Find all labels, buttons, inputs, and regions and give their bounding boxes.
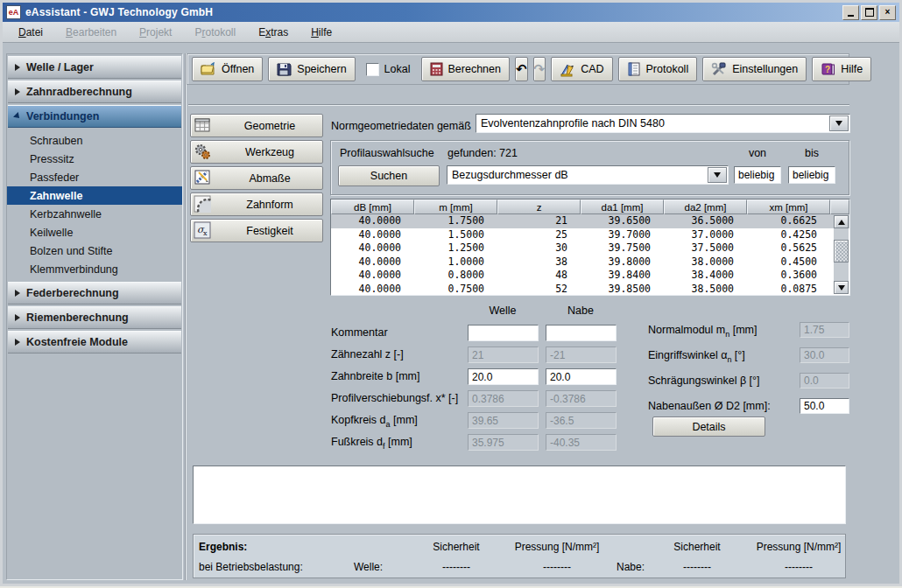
sidebar-section-zahnradberechnung[interactable]: Zahnradberechnung: [8, 80, 181, 103]
dropdown-button[interactable]: [708, 167, 727, 183]
table-row[interactable]: 40.00001.75002139.650036.50000.6625: [331, 214, 849, 228]
sidebar-section-kostenfreie-module[interactable]: Kostenfreie Module: [8, 331, 181, 354]
tolerances-drawing-icon: [194, 169, 211, 186]
sidebar-item-bolzen-und-stifte[interactable]: Bolzen und Stifte: [7, 242, 182, 260]
scrollbar-thumb[interactable]: [834, 240, 849, 262]
betriebsbelastung-label: bei Betriebsbelastung:: [199, 561, 303, 573]
norm-geometry-label: Normgeometriedaten gemäß: [331, 118, 471, 135]
undo-icon: ↶: [516, 63, 527, 76]
settings-button-label: Einstellungen: [732, 63, 798, 75]
sidebar-section-verbindungen[interactable]: Verbindungen: [8, 105, 181, 128]
zahnbreite-label: Zahnbreite b [mm]: [331, 368, 419, 389]
sidebar-section-label: Verbindungen: [26, 110, 99, 122]
kopfkreis-nabe-field: [546, 412, 617, 429]
kommentar-welle-input[interactable]: [468, 325, 539, 341]
profilverschiebung-nabe-field: [546, 390, 617, 407]
table-row[interactable]: 40.00000.75005239.850038.50000.0875: [331, 283, 849, 297]
cad-ruler-pencil-icon: [560, 62, 575, 77]
nabe-sicherheit-value: --------: [683, 561, 711, 573]
sidebar-item-passfeder[interactable]: Passfeder: [7, 168, 182, 186]
protocol-button-label: Protokoll: [646, 63, 689, 75]
save-button[interactable]: Speichern: [268, 57, 355, 81]
column-header[interactable]: xm [mm]: [747, 200, 830, 214]
cell: 40.0000: [331, 214, 414, 228]
table-row[interactable]: 40.00001.50002539.700037.00000.4250: [331, 228, 849, 242]
protocol-button[interactable]: Protokoll: [618, 57, 698, 81]
column-header[interactable]: da1 [mm]: [581, 200, 664, 214]
abmasse-tab-button[interactable]: Abmaße: [190, 166, 323, 190]
sidebar-item-presssitz[interactable]: Presssitz: [7, 150, 182, 168]
cad-button[interactable]: CAD: [551, 57, 612, 81]
zahnform-tab-button[interactable]: Zahnform: [190, 192, 323, 216]
content-divider: [188, 104, 849, 106]
sidebar-section-federberechnung[interactable]: Federberechnung: [8, 282, 181, 304]
sidebar-section-welle-lager[interactable]: Welle / Lager: [8, 56, 181, 79]
eingriffswinkel-label: Eingriffswinkel αn [°]: [648, 347, 745, 368]
undo-button[interactable]: ↶: [515, 57, 528, 81]
toolbar: Öffnen Speichern Lokal Berechnen ↶ ↷ CAD: [187, 53, 849, 85]
local-checkbox[interactable]: [366, 63, 379, 76]
zahnbreite-welle-input[interactable]: [468, 368, 539, 385]
sidebar-section-label: Kostenfreie Module: [26, 336, 128, 348]
cell: 25: [497, 228, 581, 242]
calculate-button[interactable]: Berechnen: [421, 57, 510, 81]
help-button[interactable]: ? Hilfe: [812, 57, 871, 81]
details-button[interactable]: Details: [652, 416, 765, 437]
menu-extras[interactable]: Extras: [258, 26, 288, 38]
profilverschiebung-label: Profilverschiebungsf. x* [-]: [331, 390, 458, 411]
geometrie-tab-button[interactable]: Geometrie: [190, 114, 323, 137]
cell: 48: [497, 269, 581, 283]
nabenaussen-input[interactable]: [800, 398, 849, 414]
save-button-label: Speichern: [297, 63, 346, 75]
scroll-down-button[interactable]: [834, 281, 849, 294]
nabenaussen-label: Nabenaußen Ø D2 [mm]:: [648, 398, 771, 419]
message-area: [193, 466, 846, 524]
norm-geometry-select[interactable]: Evolventenzahnprofile nach DIN 5480: [476, 114, 850, 133]
cell: 0.8000: [414, 269, 497, 283]
search-button[interactable]: Suchen: [338, 165, 440, 186]
geometry-form: Welle Nabe Kommentar Zähnezahl z [-] Zah…: [331, 302, 620, 455]
profilverschiebung-welle-field: [468, 390, 539, 407]
minimize-button[interactable]: [842, 5, 859, 20]
column-header[interactable]: da2 [mm]: [664, 200, 747, 214]
kommentar-nabe-input[interactable]: [546, 325, 617, 341]
column-header[interactable]: m [mm]: [414, 200, 497, 214]
settings-button[interactable]: Einstellungen: [702, 57, 807, 81]
sidebar-item-kerbzahnwelle[interactable]: Kerbzahnwelle: [7, 205, 182, 223]
details-button-label: Details: [692, 421, 725, 433]
table-scrollbar[interactable]: [834, 215, 849, 294]
sidebar-section-label: Riemenberechnung: [26, 312, 129, 324]
sidebar-item-keilwelle[interactable]: Keilwelle: [7, 223, 182, 242]
werkzeug-tab-button[interactable]: Werkzeug: [190, 140, 323, 164]
sidebar-item-zahnwelle[interactable]: Zahnwelle: [7, 186, 182, 205]
dropdown-button[interactable]: [829, 116, 849, 131]
scroll-up-button[interactable]: [834, 215, 849, 228]
festigkeit-tab-button[interactable]: σx Festigkeit: [190, 219, 323, 242]
search-criterion-select[interactable]: Bezugsdurchmesser dB: [447, 165, 729, 185]
sidebar-section-label: Welle / Lager: [26, 61, 94, 74]
nabe-column-header: Nabe: [546, 304, 616, 317]
sidebar-item-klemmverbindung[interactable]: Klemmverbindung: [7, 260, 182, 278]
table-row[interactable]: 40.00001.00003839.800038.00000.4500: [331, 256, 849, 270]
column-header[interactable]: dB [mm]: [331, 200, 414, 214]
sidebar-section-riemenberechnung[interactable]: Riemenberechnung: [8, 306, 181, 329]
sidebar-item-schrauben[interactable]: Schrauben: [7, 131, 182, 150]
zaehnezahl-nabe-field: [546, 346, 617, 363]
open-button[interactable]: Öffnen: [192, 57, 263, 81]
zahnbreite-nabe-input[interactable]: [546, 368, 617, 385]
maximize-button[interactable]: [861, 5, 877, 20]
maximize-icon: [865, 8, 874, 17]
table-row[interactable]: 40.00000.80004839.840038.40000.3600: [331, 269, 849, 283]
welle-pressung-value: --------: [543, 561, 571, 573]
cell: 52: [497, 283, 581, 297]
von-input[interactable]: [734, 166, 781, 184]
profile-table-header: dB [mm] m [mm] z da1 [mm] da2 [mm] xm [m…: [331, 200, 849, 214]
menu-datei[interactable]: Datei: [18, 26, 43, 38]
bis-input[interactable]: [788, 166, 835, 184]
menu-hilfe[interactable]: Hilfe: [311, 26, 332, 38]
cell: 40.0000: [331, 242, 414, 256]
arrow-up-icon: [838, 220, 845, 225]
close-button[interactable]: ×: [879, 5, 896, 20]
table-row[interactable]: 40.00001.25003039.750037.50000.5625: [331, 242, 849, 256]
column-header[interactable]: z: [497, 200, 581, 214]
